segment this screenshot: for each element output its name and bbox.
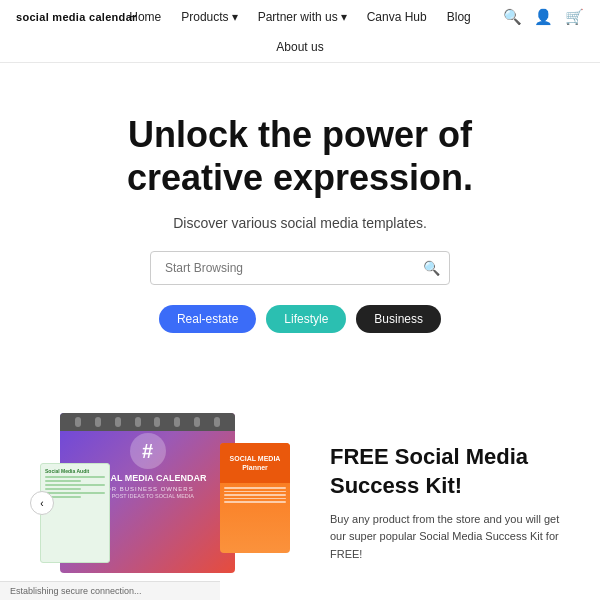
nav-about[interactable]: About us	[276, 40, 323, 54]
tag-business[interactable]: Business	[356, 305, 441, 333]
chevron-down-icon: ▾	[341, 10, 347, 24]
nav-top: social media calendar Home Products ▾ Pa…	[0, 0, 600, 34]
prev-button[interactable]: ‹	[30, 491, 54, 515]
tag-lifestyle[interactable]: Lifestyle	[266, 305, 346, 333]
nav-canva-hub[interactable]: Canva Hub	[367, 10, 427, 24]
cart-icon[interactable]: 🛒	[565, 8, 584, 26]
search-icon: 🔍	[423, 260, 440, 276]
audit-card: Social Media Audit	[40, 463, 110, 563]
search-button[interactable]: 🔍	[423, 260, 440, 276]
hero-section: Unlock the power of creative expression.…	[0, 63, 600, 393]
site-logo[interactable]: social media calendar	[16, 11, 137, 23]
audit-line-4	[45, 488, 81, 490]
audit-title: Social Media Audit	[45, 468, 105, 474]
tag-real-estate[interactable]: Real-estate	[159, 305, 256, 333]
promo-description: Buy any product from the store and you w…	[330, 511, 570, 564]
calendar-spine	[60, 413, 235, 431]
ring-5	[154, 417, 160, 427]
audit-line-5	[45, 492, 105, 494]
promo-info: FREE Social Media Success Kit! Buy any p…	[330, 443, 570, 563]
ring-2	[95, 417, 101, 427]
product-area: ‹ Social Media Audit f	[30, 403, 300, 600]
ring-4	[135, 417, 141, 427]
chevron-down-icon: ▾	[232, 10, 238, 24]
nav: social media calendar Home Products ▾ Pa…	[0, 0, 600, 63]
planner-card[interactable]: SOCIAL MEDIA Planner	[220, 443, 290, 553]
search-input[interactable]	[150, 251, 450, 285]
planner-bottom	[220, 483, 290, 509]
planner-label: SOCIAL MEDIA Planner	[220, 450, 290, 476]
account-icon[interactable]: 👤	[534, 8, 553, 26]
ring-1	[75, 417, 81, 427]
nav-icons: 🔍 👤 🛒	[503, 8, 584, 26]
hero-title: Unlock the power of creative expression.	[40, 113, 560, 199]
nav-partner[interactable]: Partner with us ▾	[258, 10, 347, 24]
p-line-4	[224, 498, 286, 500]
nav-bottom: About us	[0, 34, 600, 62]
audit-line-2	[45, 480, 81, 482]
status-bar: Establishing secure connection...	[0, 581, 220, 600]
audit-line-1	[45, 476, 105, 478]
ring-3	[115, 417, 121, 427]
ring-8	[214, 417, 220, 427]
search-icon[interactable]: 🔍	[503, 8, 522, 26]
nav-products[interactable]: Products ▾	[181, 10, 237, 24]
tag-row: Real-estate Lifestyle Business	[40, 305, 560, 333]
hero-subtitle: Discover various social media templates.	[40, 215, 560, 231]
p-line-5	[224, 501, 286, 503]
search-wrap: 🔍	[150, 251, 450, 285]
planner-top: SOCIAL MEDIA Planner	[220, 443, 290, 483]
status-text: Establishing secure connection...	[10, 586, 142, 596]
bottom-section: ‹ Social Media Audit f	[0, 403, 600, 600]
p-line-1	[224, 487, 286, 489]
audit-line-3	[45, 484, 105, 486]
p-line-2	[224, 491, 286, 493]
p-line-3	[224, 494, 286, 496]
ring-7	[194, 417, 200, 427]
ring-6	[174, 417, 180, 427]
nav-blog[interactable]: Blog	[447, 10, 471, 24]
hashtag-circle: #	[130, 433, 166, 469]
promo-title: FREE Social Media Success Kit!	[330, 443, 570, 500]
nav-links: Home Products ▾ Partner with us ▾ Canva …	[129, 10, 471, 24]
